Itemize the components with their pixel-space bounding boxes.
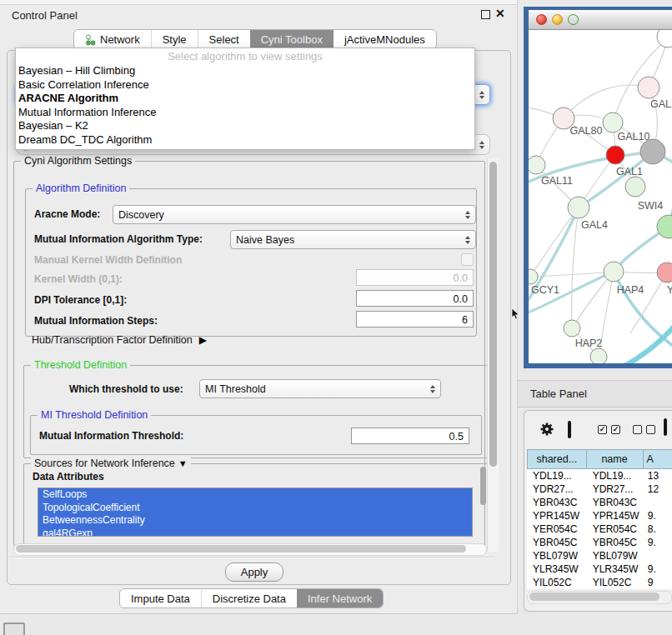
tab[interactable]: Infer Network <box>297 589 383 608</box>
cell-name[interactable]: YDR27... <box>587 482 644 496</box>
minimize-traffic-light[interactable] <box>552 14 563 25</box>
cell-value[interactable]: 9 <box>644 576 672 589</box>
cell-shared-name[interactable]: YBL079W <box>527 549 587 562</box>
cell-value[interactable]: 9. <box>644 562 672 576</box>
scrollbar-thumb[interactable] <box>489 162 497 467</box>
apply-button[interactable]: Apply <box>225 562 283 582</box>
mi-threshold-field[interactable]: 0.5 <box>351 428 469 444</box>
gear-icon[interactable] <box>539 422 554 440</box>
dropdown-item[interactable]: ARACNE Algorithm <box>16 92 474 106</box>
manual-kernel-checkbox[interactable] <box>461 253 474 266</box>
new-table-icon[interactable] <box>664 420 667 435</box>
cell-value[interactable] <box>644 549 672 562</box>
cell-name[interactable]: YBL079W <box>587 549 644 562</box>
cell-shared-name[interactable]: YLR345W <box>527 562 587 576</box>
node-top[interactable] <box>657 30 672 48</box>
settings-horizontal-scrollbar[interactable] <box>13 543 487 556</box>
cell-name[interactable]: YBR043C <box>587 496 644 509</box>
minimized-panel-icon[interactable] <box>3 622 25 635</box>
settings-vertical-scrollbar[interactable] <box>487 158 499 552</box>
cell-shared-name[interactable]: YDL19... <box>527 469 587 482</box>
cell-shared-name[interactable]: YPR145W <box>527 509 587 522</box>
table-row[interactable]: YBR043C YBR043C <box>527 496 672 509</box>
dropdown-item[interactable]: Mutual Information Inference <box>16 106 474 120</box>
tab[interactable]: Network <box>74 30 151 49</box>
mi-steps-field[interactable]: 6 <box>356 311 474 328</box>
zoom-traffic-light[interactable] <box>568 14 579 25</box>
close-icon[interactable]: ✕ <box>495 7 505 20</box>
table-row[interactable]: YBR045C YBR045C 9. <box>527 536 672 549</box>
node-hap2[interactable] <box>564 320 580 337</box>
list-item[interactable]: gal4RGexp <box>38 528 472 538</box>
cell-name[interactable]: YPR145W <box>587 509 644 522</box>
cell-name[interactable]: YER054C <box>587 522 644 536</box>
collapse-down-icon[interactable]: ▼ <box>178 458 188 468</box>
node-green-btm[interactable] <box>590 348 607 363</box>
kernel-width-field[interactable]: 0.0 <box>356 269 474 286</box>
table-row[interactable]: YPR145W YPR145W 9. <box>527 509 672 522</box>
table-row[interactable]: YLR345W YLR345W 9. <box>527 562 672 576</box>
node-gal10[interactable] <box>603 112 623 132</box>
scrollbar-thumb[interactable] <box>16 545 466 552</box>
column-header[interactable]: shared... <box>527 449 587 469</box>
network-window-titlebar[interactable] <box>529 10 672 30</box>
cell-value[interactable]: 12 <box>644 482 672 496</box>
column-header[interactable]: A <box>644 449 672 469</box>
network-canvas[interactable]: GAL2GAL80GAL10GAL1GAL11GAL4SWI4GCY1HAP4Y… <box>529 30 672 363</box>
dropdown-item[interactable]: Bayesian – Hill Climbing <box>16 64 474 78</box>
node-gray[interactable] <box>640 139 665 164</box>
cell-name[interactable]: YDL19... <box>587 469 644 482</box>
node-green-mid[interactable] <box>625 177 645 197</box>
cell-name[interactable]: YIL052C <box>587 576 644 589</box>
tab[interactable]: Style <box>151 30 198 49</box>
list-item[interactable]: TopologicalCoefficient <box>38 502 472 515</box>
threshold-combobox[interactable]: MI Threshold <box>199 379 441 398</box>
node-green-left[interactable] <box>529 269 538 284</box>
tab[interactable]: Select <box>198 30 250 49</box>
table-row[interactable]: YIL052C YIL052C 9 <box>527 576 672 589</box>
dropdown-item[interactable]: Bayesian – K2 <box>16 119 474 133</box>
table-row[interactable]: YBL079W YBL079W <box>527 549 672 562</box>
tab[interactable]: Cyni Toolbox <box>250 30 333 49</box>
table-horizontal-scrollbar[interactable] <box>527 591 672 604</box>
list-item[interactable]: SelfLoops <box>38 488 472 502</box>
table-row[interactable]: YDL19... YDL19... 13 <box>527 469 672 482</box>
tab[interactable]: Impute Data <box>120 589 201 608</box>
cell-value[interactable]: 8. <box>644 522 672 536</box>
tab[interactable]: jActiveMNodules <box>333 30 436 49</box>
cell-name[interactable]: YLR345W <box>587 562 644 576</box>
float-window-icon[interactable] <box>481 10 490 19</box>
dropdown-item[interactable]: Basic Correlation Inference <box>16 78 474 92</box>
list-scrollbar[interactable] <box>480 467 486 505</box>
mi-algorithm-type-combobox[interactable]: Naive Bayes <box>230 230 476 249</box>
tab[interactable]: Discretize Data <box>201 589 297 608</box>
node-gal1[interactable] <box>606 146 624 164</box>
cell-value[interactable]: 13 <box>644 469 672 482</box>
dropdown-item[interactable]: Dream8 DC_TDC Algorithm <box>16 133 474 148</box>
cell-shared-name[interactable]: YIL052C <box>527 576 587 589</box>
node-hap4[interactable] <box>604 262 624 282</box>
scrollbar-thumb[interactable] <box>529 592 659 601</box>
cell-name[interactable]: YBR045C <box>587 536 644 549</box>
node-gal11[interactable] <box>529 156 545 174</box>
select-all-checkboxes-icon[interactable]: ✓ ✓ <box>598 425 620 434</box>
cell-value[interactable]: 9. <box>644 509 672 522</box>
column-header[interactable]: name <box>587 449 644 469</box>
node-gal2[interactable] <box>638 77 659 98</box>
deselect-all-checkboxes-icon[interactable] <box>633 425 655 434</box>
cell-value[interactable] <box>644 496 672 509</box>
cell-value[interactable]: 9. <box>644 536 672 549</box>
dpi-tolerance-field[interactable]: 0.0 <box>356 290 474 307</box>
list-item[interactable]: BetweennessCentrality <box>38 514 472 528</box>
node-gal4[interactable] <box>568 197 589 218</box>
cell-shared-name[interactable]: YBR043C <box>527 496 587 509</box>
columns-icon[interactable] <box>568 422 571 438</box>
close-traffic-light[interactable] <box>536 14 547 25</box>
hub-definition-toggle[interactable]: Hub/Transcription Factor Definition ▶ <box>32 334 207 346</box>
node-swi4[interactable] <box>657 215 672 238</box>
cell-shared-name[interactable]: YER054C <box>527 522 587 536</box>
table-row[interactable]: YDR27... YDR27... 12 <box>527 482 672 496</box>
aracne-mode-combobox[interactable]: Discovery <box>113 205 476 224</box>
node-salmon[interactable] <box>657 262 672 282</box>
cell-shared-name[interactable]: YBR045C <box>527 536 587 549</box>
